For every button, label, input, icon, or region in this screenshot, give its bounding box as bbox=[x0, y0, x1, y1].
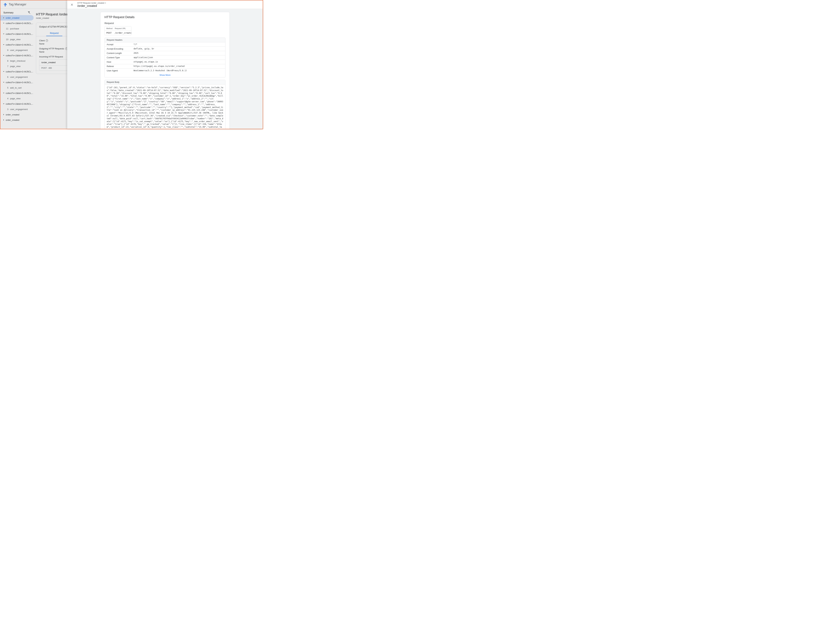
header-row: Refererhttps://ottpwgmj.eu.stape.io/orde… bbox=[105, 64, 225, 69]
sidebar-group[interactable]: collect?v=2&tid=G-WJ5CL... bbox=[0, 80, 33, 85]
headers-table: Request Headers Accept*/*Accept-Encoding… bbox=[104, 38, 226, 77]
request-url: /order_created bbox=[113, 31, 131, 35]
sidebar-item-order-created[interactable]: order_created bbox=[0, 117, 33, 123]
info-icon[interactable]: ? bbox=[46, 39, 48, 42]
section-request: Request bbox=[104, 22, 226, 25]
sidebar-item[interactable]: 9user_engagement bbox=[0, 47, 33, 53]
sidebar-item-order-created[interactable]: order_created bbox=[0, 15, 33, 21]
summary-label[interactable]: Summary bbox=[3, 11, 13, 14]
header-row: Hostottpwgmj.eu.stape.io bbox=[105, 60, 225, 64]
sidebar-item[interactable]: 3user_engagement bbox=[0, 106, 33, 112]
request-body-content[interactable]: {"id":161,"parent_id":0,"status":"on-hol… bbox=[105, 85, 225, 129]
close-button[interactable] bbox=[69, 2, 75, 8]
tab-request[interactable]: Request bbox=[46, 30, 62, 36]
sidebar-group[interactable]: collect?v=2&tid=G-WJ5CL... bbox=[0, 69, 33, 74]
chevron-down-icon bbox=[2, 81, 5, 84]
panel-header: HTTP Request /order_created > /order_cre… bbox=[67, 0, 263, 9]
header-row: Content-Length2025 bbox=[105, 51, 225, 55]
chevron-down-icon bbox=[2, 103, 5, 105]
sidebar-item[interactable]: 6user_engagement bbox=[0, 74, 33, 80]
chevron-down-icon bbox=[2, 70, 5, 73]
sidebar-group[interactable]: collect?v=2&tid=G-WJ5CL... bbox=[0, 53, 33, 58]
request-body-block: Request Body {"id":161,"parent_id":0,"st… bbox=[104, 80, 226, 129]
show-more-button[interactable]: Show More bbox=[105, 73, 225, 77]
header-row: User-AgentWooCommerce/5.2.3 Hookshot (Wo… bbox=[105, 69, 225, 73]
close-icon bbox=[70, 3, 73, 6]
sidebar-item[interactable]: 8begin_checkout bbox=[0, 58, 33, 63]
output-card-title: Output of GTM-PF2RC57 bbox=[39, 25, 68, 28]
http-method: POST bbox=[105, 31, 113, 35]
sidebar-item[interactable]: 4page_view bbox=[0, 96, 33, 101]
header-row: Accept*/* bbox=[105, 42, 225, 47]
method-url-table: Method Request URL POST /order_created bbox=[104, 26, 131, 35]
sidebar-group[interactable]: collect?v=2&tid=G-WJ5CL... bbox=[0, 21, 33, 26]
header-row: Accept-Encodingdeflate, gzip, br bbox=[105, 47, 225, 51]
chevron-down-icon bbox=[2, 43, 5, 46]
chevron-right-icon bbox=[2, 113, 5, 116]
sidebar-item[interactable]: 11purchase bbox=[0, 26, 33, 31]
sidebar-group[interactable]: collect?v=2&tid=G-WJ5CL... bbox=[0, 101, 33, 106]
breadcrumb[interactable]: HTTP Request /order_created > bbox=[77, 2, 106, 4]
incoming-label: Incoming HTTP Request bbox=[39, 55, 63, 58]
chevron-down-icon bbox=[2, 54, 5, 57]
sidebar-item[interactable]: 5add_to_cart bbox=[0, 85, 33, 90]
sidebar-item[interactable]: 7page_view bbox=[0, 63, 33, 69]
incoming-box[interactable]: /order_created POST · 400 bbox=[39, 59, 68, 71]
sidebar-item[interactable]: 10page_view bbox=[0, 36, 33, 42]
clear-filter-icon[interactable] bbox=[28, 11, 31, 14]
chevron-down-icon bbox=[2, 33, 5, 35]
chevron-right-icon bbox=[2, 16, 5, 19]
detail-card-title: HTTP Request Details bbox=[104, 16, 226, 19]
detail-card: HTTP Request Details Request Method Requ… bbox=[100, 12, 230, 129]
chevron-down-icon bbox=[2, 22, 5, 25]
sidebar-group[interactable]: collect?v=2&tid=G-WJ5CL... bbox=[0, 31, 33, 36]
gtm-logo-icon bbox=[3, 3, 7, 6]
client-label: Client bbox=[39, 39, 45, 42]
sidebar-group[interactable]: collect?v=2&tid=G-WJ5CL... bbox=[0, 42, 33, 47]
sidebar-group[interactable]: collect?v=2&tid=G-WJ5CL... bbox=[0, 90, 33, 96]
header-row: Content-Typeapplication/json bbox=[105, 55, 225, 60]
sidebar: Summary order_created collect?v=2&tid=G-… bbox=[0, 9, 33, 129]
chevron-down-icon bbox=[2, 92, 5, 95]
panel-title: /order_created bbox=[77, 4, 106, 8]
chevron-right-icon bbox=[2, 118, 5, 121]
brand-title: Tag Manager bbox=[9, 3, 26, 6]
sidebar-item-order-created[interactable]: order_created bbox=[0, 112, 33, 117]
detail-panel: HTTP Request /order_created > /order_cre… bbox=[67, 0, 263, 129]
outgoing-label: Outgoing HTTP Requests bbox=[39, 47, 64, 50]
